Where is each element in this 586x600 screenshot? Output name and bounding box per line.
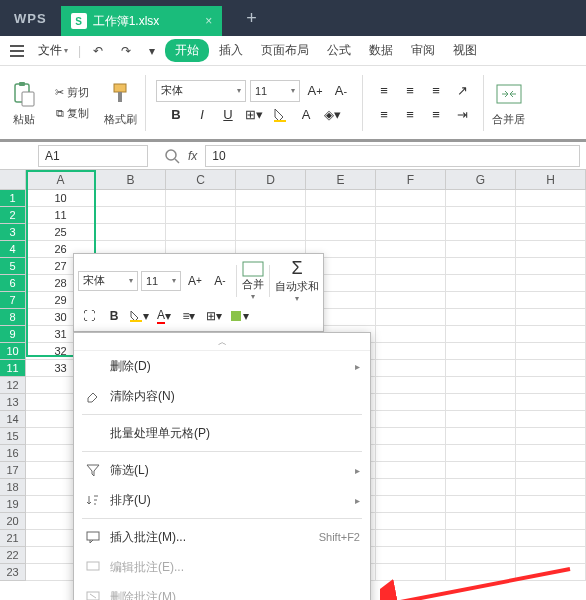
new-tab-button[interactable]: + [232,8,271,29]
tab-data[interactable]: 数据 [361,38,401,63]
cell[interactable] [376,309,446,326]
row-header[interactable]: 8 [0,309,26,326]
qat-more[interactable]: ▾ [141,40,163,62]
cell[interactable] [376,377,446,394]
col-header[interactable]: C [166,170,236,189]
cell[interactable] [376,513,446,530]
cell[interactable] [516,445,586,462]
mini-align[interactable]: ≡▾ [178,305,200,327]
cell[interactable] [446,513,516,530]
tab-view[interactable]: 视图 [445,38,485,63]
formula-input[interactable]: 10 [205,145,580,167]
row-header[interactable]: 22 [0,547,26,564]
cell[interactable] [376,564,446,581]
font-size-select[interactable]: 11▾ [250,80,300,102]
mini-bold[interactable]: B [103,305,125,327]
row-header[interactable]: 12 [0,377,26,394]
cell[interactable] [446,326,516,343]
cell[interactable] [376,360,446,377]
col-header[interactable]: D [236,170,306,189]
row-header[interactable]: 3 [0,224,26,241]
col-header[interactable]: F [376,170,446,189]
cell[interactable] [446,258,516,275]
row-header[interactable]: 15 [0,428,26,445]
cell[interactable] [376,343,446,360]
cell[interactable] [516,394,586,411]
ctx-filter[interactable]: 筛选(L) ▸ [74,455,370,485]
row-header[interactable]: 13 [0,394,26,411]
cell[interactable] [166,190,236,207]
cell[interactable] [376,479,446,496]
cut-button[interactable]: ✂ 剪切 [52,83,92,102]
copy-button[interactable]: ⧉ 复制 [53,104,92,123]
cell[interactable] [446,224,516,241]
align-right-button[interactable]: ≡ [425,104,447,126]
cell[interactable] [166,207,236,224]
tab-review[interactable]: 审阅 [403,38,443,63]
border-button[interactable]: ⊞▾ [243,104,265,126]
row-header[interactable]: 4 [0,241,26,258]
cell[interactable] [446,207,516,224]
cell[interactable] [236,224,306,241]
cell[interactable] [376,496,446,513]
cell[interactable] [96,207,166,224]
mini-border[interactable]: ⊞▾ [203,305,225,327]
font-name-select[interactable]: 宋体▾ [156,80,246,102]
mini-font-name[interactable]: 宋体▾ [78,271,138,291]
cell[interactable] [446,428,516,445]
col-header[interactable]: G [446,170,516,189]
tab-formulas[interactable]: 公式 [319,38,359,63]
fx-label[interactable]: fx [188,149,197,163]
row-header[interactable]: 14 [0,411,26,428]
cell[interactable] [516,530,586,547]
row-header[interactable]: 7 [0,292,26,309]
tab-page-layout[interactable]: 页面布局 [253,38,317,63]
cell[interactable] [446,343,516,360]
cell[interactable] [446,530,516,547]
select-all-corner[interactable] [0,170,26,189]
row-header[interactable]: 20 [0,513,26,530]
cell[interactable] [236,190,306,207]
fill-color-button[interactable] [269,104,291,126]
orientation-button[interactable]: ↗ [451,80,473,102]
cell[interactable] [516,462,586,479]
row-header[interactable]: 17 [0,462,26,479]
row-header[interactable]: 16 [0,445,26,462]
app-menu-button[interactable] [4,41,30,61]
tab-insert[interactable]: 插入 [211,38,251,63]
cell[interactable] [446,292,516,309]
undo-button[interactable]: ↶ [85,40,111,62]
cell[interactable] [376,394,446,411]
cell[interactable] [516,207,586,224]
col-header[interactable]: H [516,170,586,189]
cell[interactable] [96,224,166,241]
bold-button[interactable]: B [165,104,187,126]
ctx-insert-comment[interactable]: 插入批注(M)... Shift+F2 [74,522,370,552]
ctx-clear-contents[interactable]: 清除内容(N) [74,381,370,411]
name-box[interactable]: A1 [38,145,148,167]
mini-increase-font[interactable]: A+ [184,270,206,292]
cell[interactable] [516,309,586,326]
align-top-button[interactable]: ≡ [373,80,395,102]
mini-merge-button[interactable]: 合并▾ [242,261,264,301]
cell[interactable] [516,513,586,530]
cell[interactable] [376,547,446,564]
cell[interactable] [236,207,306,224]
row-header[interactable]: 18 [0,479,26,496]
cell[interactable] [516,326,586,343]
indent-button[interactable]: ⇥ [451,104,473,126]
ctx-delete[interactable]: 删除(D) ▸ [74,351,370,381]
cell[interactable] [516,428,586,445]
cell[interactable] [376,241,446,258]
cell[interactable] [446,479,516,496]
cell[interactable] [446,377,516,394]
cell[interactable] [446,241,516,258]
file-menu[interactable]: 文件 ▾ [32,38,74,63]
underline-button[interactable]: U [217,104,239,126]
format-painter-button[interactable]: 格式刷 [102,76,139,129]
cell[interactable] [516,190,586,207]
cell[interactable] [516,224,586,241]
col-header[interactable]: B [96,170,166,189]
row-header[interactable]: 21 [0,530,26,547]
cell[interactable] [446,360,516,377]
